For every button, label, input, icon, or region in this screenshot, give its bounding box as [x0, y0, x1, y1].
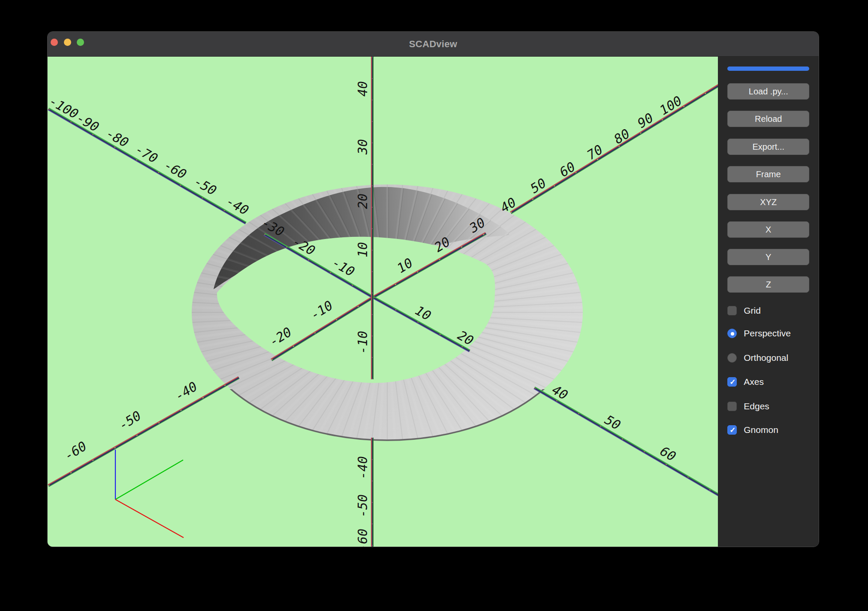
grid-label: Grid — [744, 306, 761, 316]
orthogonal-radio[interactable]: Orthogonal — [727, 353, 788, 363]
axis-tick-label: 10 — [355, 242, 370, 257]
progress-bar — [727, 67, 809, 71]
edges-label: Edges — [744, 401, 769, 411]
edges-checkbox[interactable]: Edges — [727, 402, 769, 411]
axis-tick-label: -10 — [355, 331, 370, 354]
window-title: SCADview — [409, 39, 457, 50]
grid-checkbox[interactable]: Grid — [727, 306, 761, 315]
frame-button[interactable]: Frame — [727, 166, 809, 182]
z-button[interactable]: Z — [727, 276, 809, 293]
load-py-button[interactable]: Load .py... — [727, 83, 809, 100]
radio-icon[interactable] — [727, 329, 737, 338]
gnomon-label: Gnomon — [744, 425, 778, 435]
ring-3d-object — [191, 184, 584, 441]
checkbox-icon[interactable] — [727, 306, 737, 315]
reload-button[interactable]: Reload — [727, 111, 809, 127]
axes-checkbox[interactable]: Axes — [727, 377, 764, 387]
sidebar-panel: Load .py... Reload Export... Frame XYZ X… — [718, 57, 819, 547]
axis-tick-label: 30 — [355, 139, 370, 155]
perspective-radio[interactable]: Perspective — [727, 329, 791, 338]
axis-tick-label: 40 — [355, 81, 370, 97]
orthogonal-label: Orthogonal — [744, 353, 788, 363]
x-button[interactable]: X — [727, 221, 809, 238]
export-button[interactable]: Export... — [727, 139, 809, 155]
zoom-button[interactable] — [77, 39, 84, 46]
close-button[interactable] — [51, 39, 58, 46]
checkbox-icon[interactable] — [727, 402, 737, 411]
radio-icon[interactable] — [727, 353, 737, 363]
xyz-button[interactable]: XYZ — [727, 194, 809, 210]
axis-tick-label: -40 — [355, 456, 370, 479]
y-button[interactable]: Y — [727, 249, 809, 265]
gnomon-checkbox[interactable]: Gnomon — [727, 425, 778, 435]
scadview-window: SCADview -60-50-40-20-101020304050607080… — [47, 31, 819, 547]
checkbox-icon[interactable] — [727, 425, 737, 435]
axis-tick-label: -60 — [355, 529, 370, 547]
perspective-label: Perspective — [744, 328, 791, 339]
viewport-3d-canvas[interactable]: -60-50-40-20-10102030405060708090100-100… — [48, 57, 718, 547]
minimize-button[interactable] — [64, 39, 71, 46]
axes-label: Axes — [744, 377, 764, 387]
checkbox-icon[interactable] — [727, 377, 737, 387]
title-bar[interactable]: SCADview — [48, 32, 819, 57]
viewport-3d[interactable]: -60-50-40-20-10102030405060708090100-100… — [48, 57, 718, 547]
axis-tick-label: -50 — [355, 494, 370, 517]
axis-tick-label: 20 — [355, 194, 370, 209]
